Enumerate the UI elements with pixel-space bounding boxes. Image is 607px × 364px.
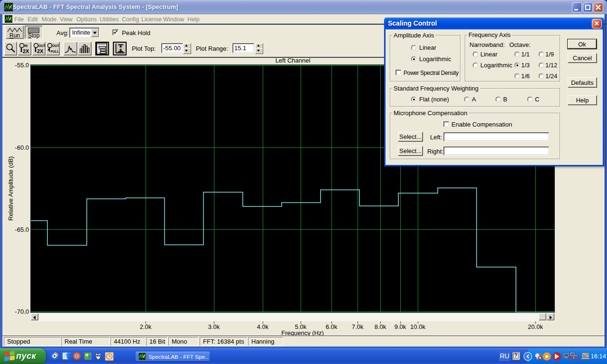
svg-text:?: ? (515, 353, 517, 358)
svg-text:2X: 2X (23, 48, 29, 54)
svg-text:IN: IN (24, 44, 28, 47)
svg-text:OUT: OUT (52, 44, 59, 47)
svg-text:2X: 2X (37, 48, 44, 54)
svg-text:OUT: OUT (38, 44, 45, 47)
svg-text:FULL: FULL (51, 50, 60, 53)
